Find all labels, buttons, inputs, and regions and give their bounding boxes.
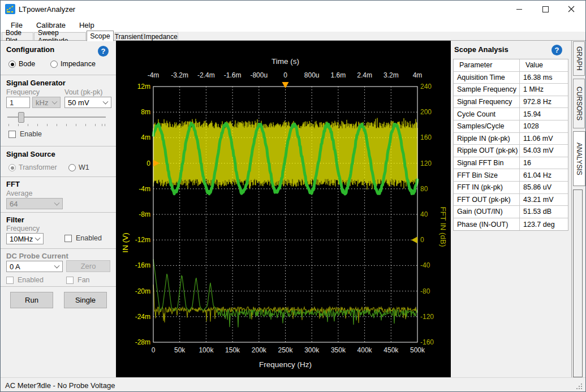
frequency-input[interactable]: 1	[6, 97, 30, 108]
top-axis-tick: -3.2m	[171, 71, 188, 79]
table-row: Ripple OUT (pk-pk)54.03 mV	[454, 145, 568, 157]
close-icon	[568, 6, 575, 12]
cell-value: 15.94	[520, 108, 568, 120]
maximize-button[interactable]	[532, 1, 558, 18]
radio-w1[interactable]	[68, 164, 76, 171]
close-button[interactable]	[558, 1, 584, 18]
radio-bode[interactable]	[8, 61, 16, 68]
dc-current-value: 0 A	[10, 262, 20, 271]
side-tab-graph[interactable]: GRAPH	[573, 41, 585, 76]
radio-transformer[interactable]	[8, 164, 16, 171]
analysis-title: Scope Analysis	[454, 45, 509, 54]
cell-parameter: Gain (OUT/IN)	[454, 206, 520, 218]
enable-label: Enable	[20, 130, 42, 138]
table-row: Signal Frequency972.8 Hz	[454, 96, 568, 109]
table-row: Signal FFT Bin16	[454, 157, 568, 170]
average-label: Average	[6, 189, 32, 197]
cell-parameter: Ripple IN (pk-pk)	[454, 133, 520, 145]
top-axis-tick: -2.4m	[197, 71, 215, 79]
tab-bode-plot[interactable]: Bode Plot	[2, 32, 33, 40]
cell-value: 85.86 uV	[520, 182, 568, 193]
right-axis-tick: 160	[420, 133, 432, 141]
side-tab-cursors[interactable]: CURSORS	[573, 79, 585, 128]
filter-frequency-label: Frequency	[6, 225, 40, 232]
radio-transformer-label: Transformer	[19, 163, 57, 171]
dc-current-select[interactable]: 0 A	[6, 261, 63, 272]
top-axis-tick: 800u	[304, 71, 320, 79]
tab-scope[interactable]: Scope	[87, 31, 114, 41]
table-row: FFT Bin Size61.04 Hz	[454, 169, 568, 182]
scope-chart[interactable]: -4m-3.2m-2.4m-1.6m-800u0800u1.6m2.4m3.2m…	[116, 41, 451, 380]
resize-grip[interactable]	[576, 384, 583, 390]
status-ac-meter: AC Meter?	[5, 381, 40, 390]
time-zero-marker[interactable]	[282, 82, 289, 88]
cell-value: 1 MHz	[520, 84, 568, 96]
help-icon[interactable]: ?	[98, 46, 109, 57]
configuration-header: Configuration	[6, 45, 54, 54]
help-icon[interactable]: ?	[551, 45, 562, 55]
enable-checkbox[interactable]	[8, 131, 16, 138]
vout-select[interactable]: 50 mV	[64, 97, 111, 108]
cell-value: 51.53 dB	[520, 206, 568, 218]
left-axis-tick: 12m	[137, 83, 150, 91]
frequency-slider-thumb[interactable]	[18, 112, 24, 123]
maximize-icon	[542, 6, 549, 12]
right-axis-tick: 120	[420, 160, 432, 167]
cell-value: 123.7 deg	[520, 218, 568, 231]
left-axis-tick: -20m	[135, 287, 150, 295]
bottom-axis-tick: 450k	[384, 346, 399, 354]
scope-plot-svg: -4m-3.2m-2.4m-1.6m-800u0800u1.6m2.4m3.2m…	[116, 41, 451, 377]
vout-value: 50 mV	[68, 98, 89, 107]
slider-tick	[47, 124, 48, 126]
cell-parameter: Signal FFT Bin	[454, 157, 520, 169]
tab-sweep-amplitude[interactable]: Sweep Amplitude	[34, 32, 86, 40]
filter-enabled-checkbox[interactable]	[64, 235, 72, 242]
single-button[interactable]: Single	[64, 292, 107, 308]
status-message: Idle - No Probe Voltage	[39, 381, 115, 390]
window-title: LTpowerAnalyzer	[19, 5, 75, 14]
fan-checkbox[interactable]	[66, 277, 74, 284]
separator	[1, 146, 116, 147]
filter-frequency-value: 10MHz	[10, 235, 33, 243]
vout-label: Vout (pk-pk)	[64, 88, 102, 96]
filter-frequency-select[interactable]: 10MHz	[6, 233, 44, 244]
filter-header: Filter	[6, 216, 24, 224]
bottom-axis-tick: 100k	[199, 346, 214, 354]
slider-tick	[76, 124, 76, 126]
chevron-down-icon	[54, 263, 60, 269]
minimize-button[interactable]	[506, 1, 532, 18]
slider-tick	[95, 124, 96, 126]
dc-enabled-label: Enabled	[18, 276, 44, 284]
filter-enabled-label: Enabled	[76, 234, 102, 242]
scope-chart-panel: -4m-3.2m-2.4m-1.6m-800u0800u1.6m2.4m3.2m…	[116, 41, 451, 377]
db-zero-marker[interactable]	[411, 236, 417, 243]
tab-transient[interactable]: Transient	[115, 32, 143, 40]
right-axis-tick: 240	[420, 83, 432, 91]
side-tab-analysis[interactable]: ANALYSIS	[573, 131, 585, 186]
chevron-down-icon	[54, 200, 60, 206]
tab-impedance[interactable]: Impedance	[143, 32, 178, 40]
left-axis-tick: -4m	[139, 185, 150, 193]
radio-bode-label: Bode	[19, 60, 35, 68]
column-parameter: Parameter	[454, 59, 520, 71]
radio-impedance[interactable]	[50, 61, 58, 68]
cell-parameter: Signal Frequency	[454, 96, 520, 108]
fft-average-select[interactable]: 64	[6, 198, 63, 209]
zero-button[interactable]: Zero	[66, 260, 110, 272]
title-bar: LTpowerAnalyzer	[1, 1, 585, 18]
app-icon	[5, 4, 15, 14]
dc-enabled-checkbox[interactable]	[6, 277, 14, 284]
left-axis-tick: -16m	[135, 261, 150, 269]
cell-parameter: Sample Frequency	[454, 84, 520, 96]
frequency-unit-select[interactable]: kHz	[32, 97, 61, 108]
analysis-table: Parameter Value Aquisition Time16.38 msS…	[453, 59, 568, 231]
tab-strip: Bode Plot Sweep Amplitude Scope Transien…	[1, 32, 585, 41]
bottom-axis-tick: 150k	[225, 346, 240, 354]
top-axis-tick: 0	[283, 71, 287, 79]
right-axis-tick: -120	[420, 313, 434, 321]
run-button[interactable]: Run	[10, 292, 53, 308]
slider-tick	[66, 124, 67, 126]
slider-tick	[105, 124, 105, 126]
bottom-axis-tick: 200k	[252, 346, 267, 354]
fft-header: FFT	[6, 180, 20, 188]
